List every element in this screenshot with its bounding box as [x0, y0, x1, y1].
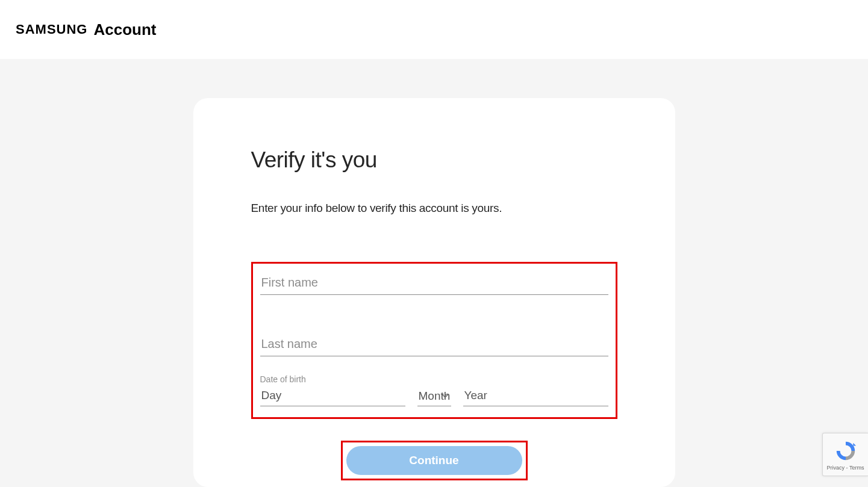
last-name-input[interactable] [260, 332, 608, 356]
first-name-field-wrap [260, 271, 608, 295]
last-name-field-wrap [260, 332, 608, 356]
verify-card: Verify it's you Enter your info below to… [193, 98, 675, 487]
brand-logo: SAMSUNG [16, 22, 87, 37]
dob-month-select[interactable]: Month [417, 386, 451, 406]
dob-day-input[interactable] [260, 385, 405, 406]
product-name: Account [93, 20, 156, 39]
dob-month-wrap: Month [417, 385, 451, 406]
form-highlight-box: Date of birth Month [251, 262, 617, 419]
dob-row: Month [260, 385, 608, 406]
recaptcha-links: Privacy - Terms [827, 465, 864, 471]
dob-year-input[interactable] [463, 385, 608, 406]
button-highlight-box: Continue [341, 441, 528, 480]
recaptcha-badge[interactable]: Privacy - Terms [822, 433, 868, 476]
recaptcha-terms-link[interactable]: Terms [849, 465, 864, 471]
continue-button[interactable]: Continue [346, 446, 522, 475]
recaptcha-icon [834, 439, 857, 462]
page-header: SAMSUNG Account [0, 0, 868, 59]
dob-label: Date of birth [260, 374, 608, 384]
svg-marker-0 [853, 443, 856, 446]
recaptcha-separator: - [845, 465, 849, 471]
page-title: Verify it's you [251, 147, 617, 173]
main-content: Verify it's you Enter your info below to… [0, 59, 868, 487]
page-subtitle: Enter your info below to verify this acc… [251, 202, 617, 215]
first-name-input[interactable] [260, 271, 608, 295]
recaptcha-privacy-link[interactable]: Privacy [827, 465, 845, 471]
